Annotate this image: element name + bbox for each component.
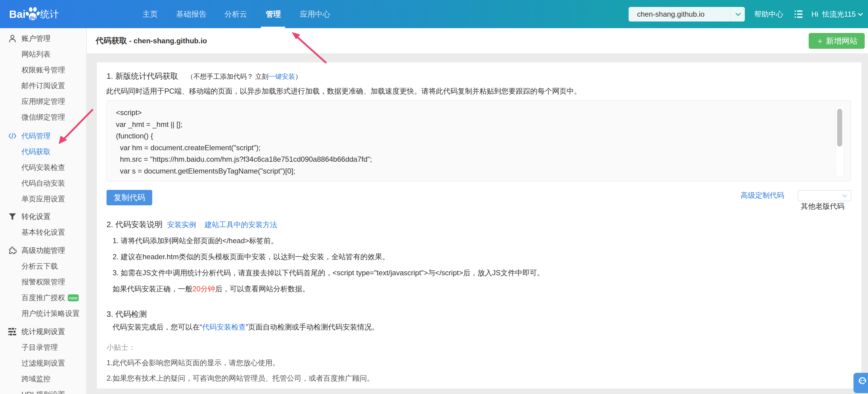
svg-text:du: du	[30, 15, 36, 21]
